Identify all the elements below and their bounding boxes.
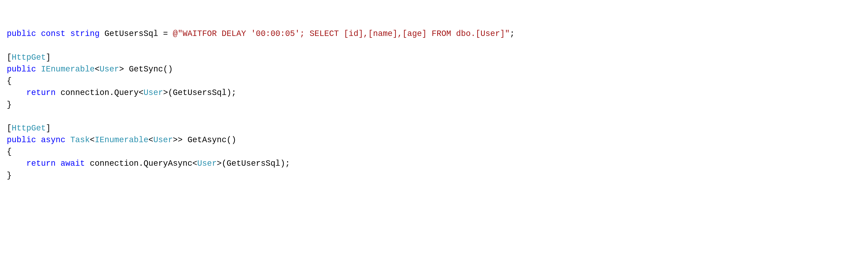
type-user: User bbox=[99, 65, 119, 74]
angle-lt: < bbox=[149, 136, 153, 145]
indent bbox=[7, 159, 26, 168]
keyword-await: await bbox=[61, 159, 85, 168]
space bbox=[56, 159, 61, 168]
paren-open: ( bbox=[222, 159, 227, 168]
angle-lt: < bbox=[138, 88, 144, 97]
space bbox=[36, 29, 41, 38]
attr-close-bracket: ] bbox=[46, 53, 51, 62]
indent bbox=[7, 88, 26, 97]
attr-httpget: HttpGet bbox=[12, 53, 46, 62]
semicolon: ; bbox=[231, 88, 237, 97]
identifier-getuserssql: GetUsersSql bbox=[226, 159, 280, 168]
type-ienumerable: IEnumerable bbox=[95, 136, 149, 145]
semicolon: ; bbox=[510, 29, 515, 38]
type-ienumerable: IEnumerable bbox=[41, 65, 95, 74]
dot: . bbox=[138, 159, 144, 168]
string-at: @ bbox=[173, 29, 178, 38]
attr-httpget: HttpGet bbox=[12, 124, 46, 133]
brace-close: } bbox=[7, 171, 12, 180]
angle-lt: < bbox=[192, 159, 197, 168]
string-sql-literal: "WAITFOR DELAY '00:00:05'; SELECT [id],[… bbox=[178, 29, 510, 38]
angle-gt: > bbox=[178, 136, 183, 145]
parens: () bbox=[163, 65, 173, 74]
paren-open: ( bbox=[168, 88, 173, 97]
keyword-public: public bbox=[7, 65, 36, 74]
paren-close: ) bbox=[280, 159, 285, 168]
attr-open-bracket: [ bbox=[7, 124, 12, 133]
type-user: User bbox=[153, 136, 173, 145]
brace-open: { bbox=[7, 147, 12, 156]
angle-lt: < bbox=[95, 65, 100, 74]
space bbox=[65, 29, 70, 38]
angle-gt: > bbox=[217, 159, 222, 168]
paren-close: ) bbox=[226, 88, 231, 97]
type-task: Task bbox=[70, 136, 90, 145]
space bbox=[36, 136, 41, 145]
attr-open-bracket: [ bbox=[7, 53, 12, 62]
parens: () bbox=[226, 136, 236, 145]
space bbox=[183, 136, 188, 145]
attr-close-bracket: ] bbox=[46, 124, 51, 133]
keyword-public: public bbox=[7, 29, 36, 38]
angle-lt: < bbox=[90, 136, 95, 145]
type-user: User bbox=[197, 159, 217, 168]
space bbox=[36, 65, 41, 74]
angle-gt: > bbox=[163, 88, 168, 97]
identifier-connection: connection bbox=[90, 159, 138, 168]
identifier-connection: connection bbox=[61, 88, 110, 97]
space bbox=[56, 88, 61, 97]
brace-close: } bbox=[7, 100, 12, 109]
space bbox=[85, 159, 90, 168]
angle-gt: > bbox=[119, 65, 124, 74]
space bbox=[65, 136, 70, 145]
operator-equals: = bbox=[158, 29, 173, 38]
brace-open: { bbox=[7, 77, 12, 86]
identifier-getuserssql: GetUsersSql bbox=[104, 29, 158, 38]
dot: . bbox=[110, 88, 114, 97]
code-block: public const string GetUsersSql = @"WAIT… bbox=[7, 28, 861, 181]
keyword-return: return bbox=[26, 159, 56, 168]
angle-gt: > bbox=[173, 136, 178, 145]
type-user: User bbox=[144, 88, 163, 97]
identifier-query: Query bbox=[114, 88, 138, 97]
keyword-async: async bbox=[41, 136, 65, 145]
method-getasync: GetAsync bbox=[187, 136, 226, 145]
keyword-const: const bbox=[41, 29, 65, 38]
keyword-string: string bbox=[70, 29, 100, 38]
identifier-queryasync: QueryAsync bbox=[144, 159, 192, 168]
keyword-public: public bbox=[7, 136, 36, 145]
keyword-return: return bbox=[26, 88, 56, 97]
identifier-getuserssql: GetUsersSql bbox=[173, 88, 227, 97]
method-getsync: GetSync bbox=[129, 65, 163, 74]
semicolon: ; bbox=[285, 159, 290, 168]
space bbox=[100, 29, 105, 38]
space bbox=[124, 65, 129, 74]
